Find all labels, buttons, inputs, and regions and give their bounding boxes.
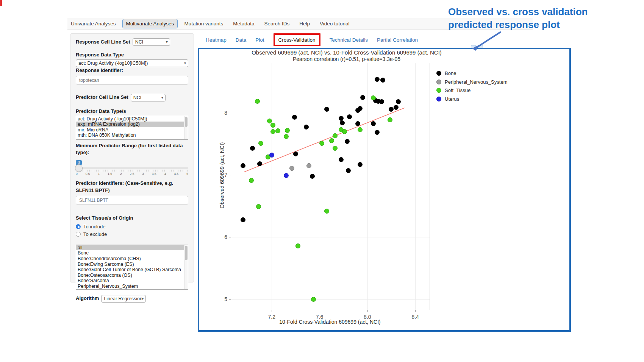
nav-item-video-tutorial[interactable]: Video tutorial [316,19,353,28]
tab-technical-details[interactable]: Technical Details [330,37,368,43]
x-tick [367,310,368,312]
slider-label: 4.5 [174,172,178,176]
tissue-option-all[interactable]: all [76,245,188,251]
data-point-soft-tissue [295,243,300,248]
plot-title: Observed 609699 (act, NCI) vs. 10-Fold C… [205,49,489,56]
data-point-bone [340,120,345,125]
nav-item-help[interactable]: Help [296,19,313,28]
chevron-down-icon: ▾ [166,40,168,44]
data-point-bone [360,95,365,100]
slider-ticks [76,170,188,172]
response-cell-line-set-select[interactable]: NCI ▾ [133,38,170,46]
tissue-option-bone-sarcoma[interactable]: Bone:Sarcoma [76,278,188,284]
tab-cross-validation[interactable]: Cross-Validation [278,37,316,43]
algorithm-label: Algorithm [76,295,99,302]
data-point-bone [241,217,245,222]
data-point-peripheral-nervous-system [306,163,311,168]
annotation-arrow [466,29,508,53]
tissue-option-bone-ewing-sarcoma-es[interactable]: Bone:Ewing Sarcoma (ES) [76,262,188,267]
data-point-bone [375,77,380,82]
plot-panel[interactable]: 7.27.68.08.45678 [231,63,430,310]
tissue-option-bone-osteosarcoma-os[interactable]: Bone:Osteosarcoma (OS) [76,273,188,278]
slider-track[interactable] [76,167,188,169]
tabs-underline [201,46,491,46]
legend-item-bone[interactable]: Bone [436,71,507,76]
legend-label: Uterus [445,96,459,102]
data-point-soft-tissue [275,128,280,133]
data-point-soft-tissue [255,99,260,104]
slider-label: 2.5 [130,172,134,176]
data-point-soft-tissue [285,128,290,133]
slider-tick-labels: 00.511.522.533.544.55 [76,172,188,176]
tab-heatmap[interactable]: Heatmap [206,37,227,43]
scrollbar[interactable] [184,116,188,139]
nav-item-metadata[interactable]: Metadata [230,19,258,28]
tissue-option-bone-chondrosarcoma-chs[interactable]: Bone:Chondrosarcoma (CHS) [76,256,188,262]
radio-to-exclude[interactable]: To exclude [76,231,188,237]
legend-item-soft-tissue[interactable]: Soft_Tissue [436,88,507,93]
radio-button[interactable] [76,232,81,237]
slider-label: 5 [186,172,188,176]
tissue-listbox[interactable]: allBoneBone:Chondrosarcoma (CHS)Bone:Ewi… [76,245,188,290]
data-point-bone [292,115,297,120]
data-point-uterus [284,173,289,178]
radio-to-include[interactable]: To include [76,224,188,229]
slider-label: 3 [142,172,144,176]
algorithm-select[interactable]: Linear Regression ▾ [101,295,146,303]
tissue-option-peripheral-nervous-system[interactable]: Peripheral_Nervous_System [76,284,188,289]
y-tick-label: 8 [224,110,227,116]
min-predictor-range-label: Minimum Predictor Range (for first liste… [76,142,188,157]
nav-item-mutation-variants[interactable]: Mutation variants [181,19,227,28]
slider-label: 1.5 [108,172,112,176]
result-tabs: HeatmapDataPlotCross-ValidationTechnical… [206,33,418,47]
data-point-bone [324,107,329,112]
tissue-option-bone[interactable]: Bone [76,250,188,256]
tab-plot[interactable]: Plot [255,37,264,43]
predictor-data-type-option-exp-mrna-expression-log2[interactable]: exp: mRNA Expression (log2) [76,122,188,127]
cross-validation-highlight-box: Cross-Validation [274,33,320,46]
data-point-bone [347,114,352,119]
data-point-bone [293,151,298,156]
legend-label: Bone [445,70,456,76]
chevron-down-icon: ▾ [161,95,163,100]
legend-item-uterus[interactable]: Uterus [436,97,507,101]
tab-data[interactable]: Data [236,37,247,43]
predictor-data-type-option-mth-dna-850k-methylation[interactable]: mth: DNA 850K Methylation [76,133,188,138]
plot-legend: BonePeripheral_Nervous_SystemSoft_Tissue… [436,71,507,105]
radio-button-selected[interactable] [76,224,81,229]
nav-item-multivariate-analyses[interactable]: Multivariate Analyses [122,19,178,28]
data-point-bone [345,139,350,144]
y-axis-title: Observed 609699 (act, NCI) [219,142,225,208]
response-identifier-input[interactable] [76,76,188,85]
predictor-identifiers-input[interactable] [76,196,188,205]
predictor-data-types-listbox[interactable]: act: Drug Activity (-log10[IC50M])exp: m… [76,116,188,140]
response-data-type-select[interactable]: act: Drug Activity (-log10[IC50M]) ▾ [76,59,188,67]
legend-label: Soft_Tissue [445,87,470,93]
legend-item-peripheral-nervous-system[interactable]: Peripheral_Nervous_System [436,80,507,84]
data-point-soft-tissue [324,209,329,214]
annotation-text: Observed vs. cross validation predicted … [448,5,588,31]
plot-subtitle: Pearson correlation (r)=0.51, p-value=3.… [205,56,489,62]
tab-partial-correlation[interactable]: Partial Correlation [377,37,418,43]
predictor-data-type-option-act-drug-activity-log10-ic50m[interactable]: act: Drug Activity (-log10[IC50M]) [76,116,188,122]
slider-label: 0.5 [86,172,90,176]
data-point-bone [371,121,376,126]
nav-item-search-ids[interactable]: Search IDs [261,19,293,28]
tissue-option-bone-giant-cell-tumor-of-bone-gctb-sarcoma[interactable]: Bone:Giant Cell Tumor of Bone (GCTB) Sar… [76,267,188,273]
predictor-cell-line-set-select[interactable]: NCI ▾ [131,94,166,101]
slider-label: 1 [98,172,100,176]
data-point-soft-tissue [270,129,275,134]
data-point-bone [339,157,344,162]
predictor-data-type-option-mir-microrna[interactable]: mir: MicroRNA [76,127,188,133]
data-point-soft-tissue [284,134,289,139]
data-point-bone [375,130,380,135]
y-tick-label: 5 [224,296,227,302]
data-point-soft-tissue [267,119,272,123]
slide-edge-artifact [0,0,2,6]
sidebar-panel: Response Cell Line Set NCI ▾ Response Da… [70,33,194,282]
nav-item-univariate-analyses[interactable]: Univariate Analyses [67,19,119,28]
scrollbar[interactable] [184,245,188,289]
response-data-type-label: Response Data Type [76,51,188,59]
legend-dot [436,88,441,93]
min-predictor-range-slider: 0 00.511.522.533.544.55 [76,159,188,176]
